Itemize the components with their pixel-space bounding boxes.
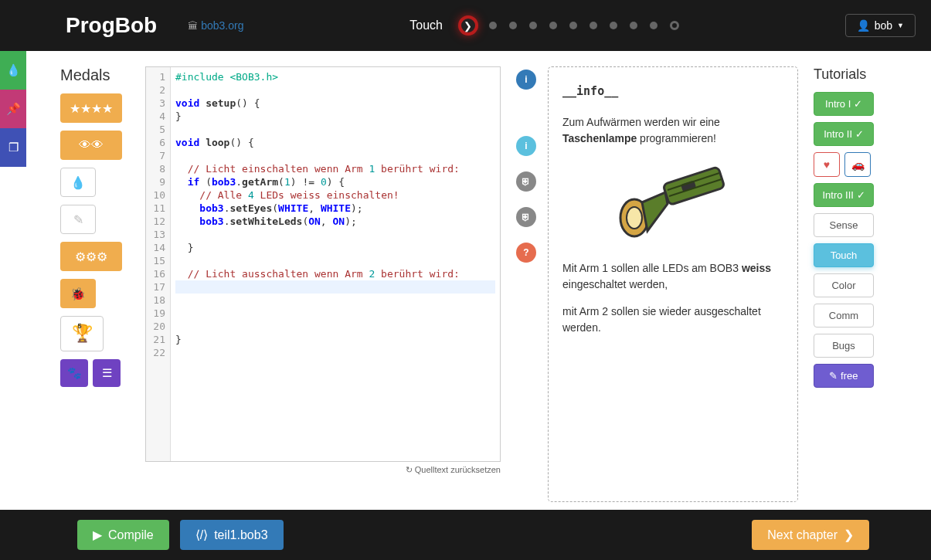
caret-down-icon: ▼ <box>897 22 904 29</box>
shield-icon-2[interactable]: ⛨ <box>516 207 536 227</box>
tutorials-title: Tutorials <box>814 66 874 83</box>
bottom-bar: ▶ Compile ⟨/⟩ teil1.bob3 Next chapter ❯ <box>0 510 931 560</box>
step-dot[interactable] <box>630 22 637 29</box>
step-dot[interactable] <box>590 22 597 29</box>
medal-drop-locked[interactable]: 💧 <box>60 168 96 197</box>
tutorial-free[interactable]: ✎ free <box>814 364 874 388</box>
info-panel: i i ⛨ ⛨ ? __info__ Zum Aufwärmen werden … <box>516 66 798 502</box>
user-menu[interactable]: 👤 bob ▼ <box>845 14 916 37</box>
medal-paw[interactable]: 🐾 <box>60 359 88 387</box>
info-paragraph-3: mit Arm 2 sollen sie wieder ausgeschalte… <box>562 304 783 336</box>
info-icon-rail: i i ⛨ ⛨ ? <box>516 66 536 502</box>
bank-icon: 🏛 <box>188 20 198 32</box>
medal-menu[interactable]: ☰ <box>93 359 121 387</box>
step-dot[interactable] <box>529 22 537 29</box>
medals-title: Medals <box>60 66 130 84</box>
tutorial-color[interactable]: Color <box>814 273 874 297</box>
info-paragraph-1: Zum Aufwärmen werden wir eine Taschenlam… <box>562 114 783 147</box>
step-dot[interactable] <box>549 22 557 29</box>
user-name: bob <box>875 19 892 32</box>
medal-stars[interactable]: ★★★★ <box>60 93 122 123</box>
help-icon[interactable]: ? <box>516 243 536 263</box>
info-box: __info__ Zum Aufwärmen werden wir eine T… <box>548 66 798 502</box>
progress-track: Touch ❯ <box>409 15 679 36</box>
medal-gears[interactable]: ⚙⚙⚙ <box>60 242 122 271</box>
tutorial-intro2[interactable]: Intro II ✓ <box>814 122 874 146</box>
chevron-right-icon: ❯ <box>464 20 472 32</box>
step-dot[interactable] <box>650 22 657 29</box>
step-dot[interactable] <box>489 22 497 29</box>
tutorial-touch-active[interactable]: Touch <box>814 243 874 267</box>
code-content[interactable]: #include <BOB3.h> void setup() { } void … <box>171 67 500 461</box>
info-heading: __info__ <box>562 83 783 100</box>
file-code-icon: ⟨/⟩ <box>195 528 208 542</box>
top-bar: ProgBob 🏛 bob3.org Touch ❯ 👤 bob ▼ <box>0 0 931 51</box>
shield-icon[interactable]: ⛨ <box>516 171 536 192</box>
file-button[interactable]: ⟨/⟩ teil1.bob3 <box>180 520 284 550</box>
reset-source-link[interactable]: ↻ Quelltext zurücksetzen <box>145 465 501 475</box>
file-name: teil1.bob3 <box>214 528 267 542</box>
tutorial-car[interactable]: 🚗 <box>844 152 871 177</box>
step-dot[interactable] <box>610 22 617 29</box>
user-icon: 👤 <box>857 19 870 32</box>
editor-panel: 12345678910111213141516171819202122 #inc… <box>145 66 501 502</box>
svg-point-1 <box>627 207 642 229</box>
hint-icon[interactable]: i <box>516 136 536 156</box>
org-link[interactable]: 🏛 bob3.org <box>188 19 243 32</box>
tutorial-comm[interactable]: Comm <box>814 304 874 328</box>
info-icon[interactable]: i <box>516 70 536 90</box>
progress-label: Touch <box>409 19 443 32</box>
line-gutter: 12345678910111213141516171819202122 <box>146 67 171 461</box>
step-dot-final[interactable] <box>670 21 679 30</box>
info-paragraph-2: Mit Arm 1 sollen alle LEDs am BOB3 weiss… <box>562 260 783 293</box>
step-dot[interactable] <box>509 22 517 29</box>
play-icon: ▶ <box>93 528 102 542</box>
brand-logo: ProgBob <box>66 13 157 38</box>
org-link-text: bob3.org <box>201 19 243 32</box>
compile-label: Compile <box>108 528 154 542</box>
trophy-number: 5 <box>78 322 82 330</box>
trophy-icon: 🏆5 <box>72 324 93 344</box>
tutorial-intro1[interactable]: Intro I ✓ <box>814 92 874 116</box>
medal-eyes[interactable]: 👁👁 <box>60 131 122 160</box>
medals-panel: Medals ★★★★ 👁👁 💧 ✎ ⚙⚙⚙ 🐞 🏆5 🐾 ☰ <box>60 66 130 502</box>
next-chapter-button[interactable]: Next chapter ❯ <box>752 520 869 550</box>
medal-trophy[interactable]: 🏆5 <box>60 316 104 351</box>
step-dot[interactable] <box>569 22 577 29</box>
flashlight-image <box>607 158 739 246</box>
main-area: Medals ★★★★ 👁👁 💧 ✎ ⚙⚙⚙ 🐞 🏆5 🐾 ☰ 12345678… <box>0 51 931 510</box>
tutorial-intro3[interactable]: Intro III ✓ <box>814 183 874 207</box>
medal-bug[interactable]: 🐞 <box>60 279 96 308</box>
next-label: Next chapter <box>767 528 838 542</box>
tutorial-sense[interactable]: Sense <box>814 213 874 237</box>
chevron-right-icon: ❯ <box>844 528 854 542</box>
medal-wand-locked[interactable]: ✎ <box>60 205 96 234</box>
compile-button[interactable]: ▶ Compile <box>77 520 169 550</box>
tutorial-heart[interactable]: ♥ <box>814 152 840 177</box>
code-editor[interactable]: 12345678910111213141516171819202122 #inc… <box>145 66 501 462</box>
tutorials-panel: Tutorials Intro I ✓ Intro II ✓ ♥ 🚗 Intro… <box>814 66 874 502</box>
tutorial-bugs[interactable]: Bugs <box>814 334 874 358</box>
current-step-marker[interactable]: ❯ <box>458 15 478 36</box>
